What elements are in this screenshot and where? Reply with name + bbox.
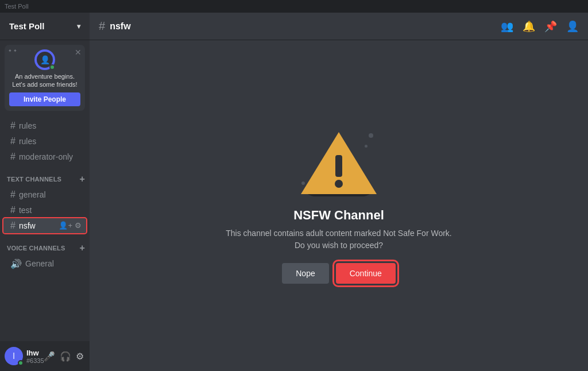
nsfw-dialog-buttons: Nope Continue xyxy=(282,263,396,284)
sidebar-item-general[interactable]: # general xyxy=(3,187,86,202)
nope-button[interactable]: Nope xyxy=(282,263,328,284)
channel-header: # nsfw 👥 🔔 📌 👤 xyxy=(90,13,588,40)
onboarding-card: ✕ ✦ ✦ 👤 An adventure begins. Let's add s… xyxy=(5,45,85,111)
online-indicator xyxy=(49,64,55,70)
sidebar-item-rules-2[interactable]: # rules xyxy=(3,134,86,149)
chevron-down-icon: ▾ xyxy=(77,22,80,30)
text-channels-header[interactable]: TEXT CHANNELS + xyxy=(0,165,90,187)
invite-people-button[interactable]: Invite People xyxy=(9,92,80,106)
nsfw-dialog-title: NSFW Channel xyxy=(293,208,384,223)
user-avatar: l xyxy=(5,347,23,365)
sidebar-item-rules-1[interactable]: # rules xyxy=(3,118,86,133)
user-info: lhw #6335 xyxy=(26,349,39,364)
header-right: 👥 🔔 📌 👤 xyxy=(501,20,579,33)
onboarding-text: An adventure begins. Let's add some frie… xyxy=(9,72,80,89)
user-online-indicator xyxy=(18,360,24,366)
pin-icon[interactable]: 📌 xyxy=(544,20,557,33)
user-settings-icon[interactable]: ⚙ xyxy=(75,350,85,363)
warning-icon-container xyxy=(299,127,379,196)
user-controls: 🎤 🎧 ⚙ xyxy=(42,350,85,363)
speaker-icon: 🔊 xyxy=(10,258,22,269)
channel-header-name: nsfw xyxy=(110,21,130,32)
voice-channels-header[interactable]: VOICE CHANNELS + xyxy=(0,234,90,256)
warning-triangle-svg xyxy=(299,130,379,196)
user-area: l lhw #6335 🎤 🎧 ⚙ xyxy=(0,341,90,371)
decorative-stars: ✦ ✦ xyxy=(8,48,17,53)
sidebar-item-test[interactable]: # test xyxy=(3,203,86,218)
hash-icon: # xyxy=(10,190,16,200)
nsfw-content-area: NSFW Channel This channel contains adult… xyxy=(90,40,588,371)
continue-button[interactable]: Continue xyxy=(336,263,396,284)
channel-hash-icon: # xyxy=(99,20,105,33)
sidebar-item-moderator-only[interactable]: # moderator-only xyxy=(3,149,86,164)
add-member-icon[interactable]: 👤+ xyxy=(59,221,72,230)
hash-icon: # xyxy=(10,136,16,146)
settings-icon[interactable]: ⚙ xyxy=(75,221,82,230)
svg-rect-2 xyxy=(335,155,342,177)
title-bar: Test Poll xyxy=(0,0,588,13)
user-discriminator: #6335 xyxy=(26,357,39,364)
main-content: # nsfw 👥 🔔 📌 👤 xyxy=(90,13,588,371)
title-bar-server: Test Poll xyxy=(5,3,583,10)
decorative-dot-1 xyxy=(369,133,373,138)
nsfw-dialog: NSFW Channel This channel contains adult… xyxy=(226,127,452,284)
sidebar: Test Poll ▾ ✕ ✦ ✦ 👤 An adventure begins.… xyxy=(0,13,90,371)
hash-icon: # xyxy=(10,205,16,215)
server-name: Test Poll xyxy=(9,21,77,31)
username: lhw xyxy=(26,349,39,357)
channel-actions: 👤+ ⚙ xyxy=(59,221,82,230)
text-channels-label: TEXT CHANNELS xyxy=(7,176,79,183)
decorative-dot-3 xyxy=(301,181,305,185)
add-voice-channel-icon[interactable]: + xyxy=(79,243,85,253)
user-avatar-letter: l xyxy=(13,351,14,361)
hash-icon: # xyxy=(10,121,16,131)
server-header[interactable]: Test Poll ▾ xyxy=(0,13,90,40)
voice-channels-label: VOICE CHANNELS xyxy=(7,245,79,252)
person-icon: 👤 xyxy=(40,55,50,64)
microphone-icon[interactable]: 🎤 xyxy=(42,350,56,363)
member-list-icon[interactable]: 👥 xyxy=(501,20,513,33)
hash-icon: # xyxy=(10,221,16,231)
close-icon[interactable]: ✕ xyxy=(75,48,82,56)
svg-point-3 xyxy=(335,180,343,188)
sidebar-item-general-voice[interactable]: 🔊 General xyxy=(3,256,86,272)
avatar: 👤 xyxy=(34,49,55,70)
add-channel-icon[interactable]: + xyxy=(79,174,85,184)
app-body: Test Poll ▾ ✕ ✦ ✦ 👤 An adventure begins.… xyxy=(0,13,588,371)
channel-list: # rules # rules # moderator-only TEXT CH… xyxy=(0,115,90,341)
notification-icon[interactable]: 🔔 xyxy=(523,20,535,33)
decorative-dot-2 xyxy=(365,145,368,148)
person-icon[interactable]: 👤 xyxy=(566,20,579,33)
hash-icon: # xyxy=(10,152,16,162)
headphones-icon[interactable]: 🎧 xyxy=(59,350,72,363)
sidebar-item-nsfw[interactable]: # nsfw 👤+ ⚙ xyxy=(3,218,86,233)
nsfw-dialog-description: This channel contains adult content mark… xyxy=(226,227,452,252)
